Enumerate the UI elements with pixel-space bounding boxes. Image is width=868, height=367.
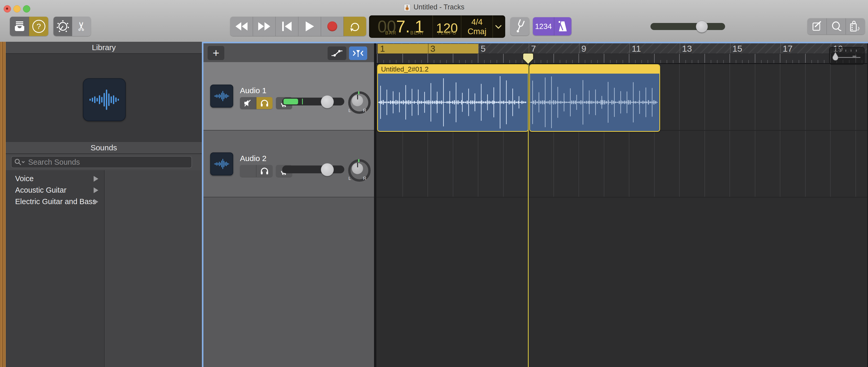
rewind-button[interactable] [230, 17, 253, 36]
add-track-button[interactable]: + [208, 46, 224, 60]
disclosure-triangle-icon[interactable] [94, 188, 98, 193]
pan-zero-tick [358, 91, 360, 94]
pan-knob[interactable] [348, 159, 371, 182]
toolbar: Untitled - Tracks ? ✂ [0, 0, 868, 42]
track-row[interactable]: Audio 2 L R [204, 131, 374, 197]
pan-right-label: R [363, 176, 366, 181]
lcd-tempo-section[interactable]: 120 TEMPO [432, 16, 461, 38]
sound-category-label: Voice [15, 174, 34, 183]
bar-gridline [856, 64, 856, 198]
track-name[interactable]: Audio 2 [240, 154, 267, 163]
bar-tick [679, 54, 680, 63]
editors-button[interactable]: ✂ [72, 17, 91, 36]
count-in-button[interactable]: 1234 [533, 17, 554, 35]
library-content [6, 54, 202, 142]
volume-meter-slider[interactable] [282, 97, 344, 106]
beat-tick [767, 60, 768, 63]
beat-tick [818, 60, 818, 63]
pan-knob[interactable] [348, 91, 371, 114]
ruler-bar-number: 3 [430, 44, 435, 54]
ruler-ticks[interactable] [376, 54, 867, 63]
ruler-bar-number: 7 [531, 44, 536, 54]
track-lanes[interactable]: Untitled_2#01.2 [376, 64, 867, 367]
ruler-bar-tick [730, 43, 731, 53]
search-input[interactable]: Search Sounds [11, 156, 192, 168]
mute-solo-group [240, 165, 273, 177]
disclosure-triangle-icon[interactable] [94, 199, 98, 205]
lcd-key-section[interactable]: 4/4 Cmaj [461, 16, 492, 38]
beat-tick [566, 60, 566, 63]
beat-tick [465, 60, 466, 63]
bar-tick [654, 54, 655, 63]
lcd-key-value: Cmaj [461, 27, 492, 36]
cycle-button[interactable] [343, 17, 366, 36]
solo-button[interactable] [256, 97, 273, 109]
ruler-bar-tick [579, 43, 580, 53]
bar-tick [579, 54, 579, 63]
metronome-button[interactable] [554, 17, 571, 35]
audio-waveform [378, 74, 526, 129]
beat-tick [409, 60, 409, 63]
loop-browser-button[interactable] [827, 18, 845, 34]
solo-button[interactable] [256, 165, 273, 177]
playhead-line[interactable] [528, 64, 529, 367]
track-name[interactable]: Audio 1 [240, 86, 267, 95]
fast-forward-icon [258, 22, 271, 31]
track-icon-tile[interactable] [210, 85, 233, 108]
ruler-bar-number: 9 [581, 44, 586, 54]
ruler-bar-number: 15 [733, 44, 742, 54]
sound-category-item[interactable]: Electric Guitar and Bass [6, 196, 104, 207]
beat-tick [736, 60, 736, 63]
beat-tick [717, 60, 717, 63]
fast-forward-button[interactable] [253, 17, 275, 36]
audio-region[interactable] [529, 64, 660, 132]
lcd-menu-section[interactable] [492, 16, 505, 38]
lcd-position-section[interactable]: 007. 1 BAR BEAT [369, 16, 432, 38]
sound-category-item[interactable]: Acoustic Guitar [6, 184, 104, 196]
smart-controls-button[interactable] [54, 17, 72, 36]
volume-knob[interactable] [321, 95, 334, 108]
master-volume-slider[interactable] [650, 23, 725, 30]
sound-category-item[interactable]: Voice [6, 173, 104, 184]
ruler-bar-numbers[interactable]: 135791113151719 [376, 43, 867, 54]
volume-knob[interactable] [321, 163, 334, 176]
beat-tick [396, 60, 397, 63]
track-icon-tile[interactable] [210, 152, 233, 175]
panel-timeline-separator[interactable] [374, 43, 376, 367]
note-pads-button[interactable] [807, 18, 827, 34]
bar-tick [805, 54, 806, 63]
catch-playhead-button[interactable] [349, 47, 367, 60]
go-to-beginning-button[interactable] [275, 17, 298, 36]
disclosure-triangle-icon[interactable] [94, 176, 98, 182]
library-toggle-button[interactable] [10, 17, 29, 36]
horizontal-zoom-slider[interactable] [829, 47, 865, 65]
beat-tick [698, 60, 699, 63]
tuner-button[interactable] [510, 17, 529, 35]
master-volume-knob[interactable] [696, 21, 708, 33]
playhead-pin[interactable] [522, 53, 534, 65]
pan-zero-tick [358, 159, 360, 162]
beat-tick [666, 60, 667, 63]
quick-help-button[interactable]: ? [29, 17, 48, 36]
audio-region[interactable]: Untitled_2#01.2 [377, 64, 529, 132]
play-button[interactable] [298, 17, 321, 36]
lcd-bar-label: BAR [385, 30, 397, 36]
sounds-list: VoiceAcoustic GuitarElectric Guitar and … [6, 170, 104, 367]
media-browser-button[interactable]: ♪ [845, 18, 865, 34]
mute-solo-group [240, 97, 273, 109]
record-button[interactable] [321, 17, 343, 36]
document-guitar-icon [403, 4, 411, 11]
automation-button[interactable] [328, 47, 346, 60]
track-row[interactable]: Audio 1 L R [204, 62, 374, 130]
beat-tick [509, 60, 510, 63]
beat-tick [560, 60, 560, 63]
volume-meter-slider[interactable] [282, 166, 344, 173]
mute-button[interactable] [240, 97, 256, 109]
bar-gridline [679, 64, 680, 198]
lcd-display[interactable]: 007. 1 BAR BEAT 120 TEMPO 4/4 Cmaj [369, 16, 505, 38]
bar-tick [730, 54, 730, 63]
mute-button[interactable] [240, 165, 256, 177]
beat-tick [390, 60, 390, 63]
beat-tick [459, 60, 460, 63]
beat-tick [742, 60, 743, 63]
